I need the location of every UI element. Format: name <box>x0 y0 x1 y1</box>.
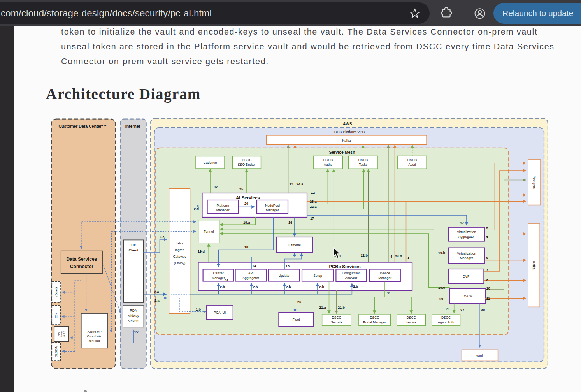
svg-text:18: 18 <box>244 245 248 249</box>
svg-text:8: 8 <box>486 278 488 282</box>
svg-text:3: 3 <box>407 256 409 260</box>
svg-text:29: 29 <box>439 297 443 301</box>
svg-text:Audit: Audit <box>408 163 416 167</box>
svg-text:Kafka: Kafka <box>532 261 536 270</box>
svg-text:GreenLake: GreenLake <box>87 334 102 338</box>
svg-text:DSCC: DSCC <box>407 316 416 320</box>
svg-text:Cluster: Cluster <box>213 271 223 275</box>
svg-text:26: 26 <box>225 279 228 282</box>
svg-text:15: 15 <box>286 264 290 268</box>
svg-text:Virtualization: Virtualization <box>457 230 476 234</box>
svg-text:Issues: Issues <box>406 320 416 324</box>
svg-text:Manager: Manager <box>212 276 225 280</box>
svg-text:vCenter: vCenter <box>54 287 58 297</box>
svg-text:Analyzer: Analyzer <box>345 276 357 279</box>
svg-text:API: API <box>248 271 254 275</box>
svg-text:Client: Client <box>128 248 138 252</box>
svg-text:7: 7 <box>486 268 488 272</box>
svg-text:Setup: Setup <box>313 274 322 278</box>
svg-text:DSCC: DSCC <box>441 316 451 320</box>
svg-text:21.b: 21.b <box>338 306 345 309</box>
svg-text:25: 25 <box>239 187 243 191</box>
svg-text:Authz: Authz <box>324 163 332 167</box>
svg-text:Service Mesh: Service Mesh <box>329 150 355 155</box>
svg-text:Tunnel: Tunnel <box>204 230 214 234</box>
svg-text:DSCC: DSCC <box>323 158 333 162</box>
svg-text:4: 4 <box>390 255 392 258</box>
svg-text:HPE: HPE <box>57 332 60 337</box>
svg-text:Kafka: Kafka <box>342 139 351 142</box>
svg-text:nt 8.0: nt 8.0 <box>63 331 65 337</box>
svg-text:2.b: 2.b <box>319 285 325 289</box>
svg-text:21.a: 21.a <box>319 306 326 309</box>
svg-text:13: 13 <box>290 182 293 186</box>
svg-text:DL380A: DL380A <box>54 346 58 357</box>
svg-text:30: 30 <box>481 308 485 312</box>
svg-text:AWS: AWS <box>343 121 352 126</box>
svg-text:1.a: 1.a <box>154 299 160 302</box>
svg-text:Ezmeral: Ezmeral <box>288 243 301 247</box>
svg-text:17: 17 <box>310 216 314 220</box>
svg-text:23.a: 23.a <box>310 200 317 204</box>
svg-text:Manager: Manager <box>460 256 473 260</box>
svg-text:Prolia: Prolia <box>60 331 63 337</box>
svg-text:Aggregator: Aggregator <box>242 276 259 280</box>
svg-text:DSCC: DSCC <box>332 316 341 320</box>
svg-text:RDA: RDA <box>130 309 137 313</box>
svg-text:PCBe Services: PCBe Services <box>329 264 360 269</box>
svg-text:9: 9 <box>486 256 488 260</box>
svg-text:24.a: 24.a <box>297 182 304 186</box>
svg-text:Customer Data Center***: Customer Data Center*** <box>58 124 107 128</box>
svg-text:32: 32 <box>214 185 218 189</box>
svg-text:17: 17 <box>460 221 464 225</box>
svg-text:Servers: Servers <box>128 319 139 323</box>
svg-text:DSCC: DSCC <box>370 316 379 320</box>
svg-text:ESXi: ESXi <box>54 312 58 318</box>
svg-text:1.b: 1.b <box>196 308 201 311</box>
svg-text:Virtualization: Virtualization <box>457 251 476 255</box>
svg-text:26: 26 <box>297 300 301 304</box>
svg-text:DSCC: DSCC <box>407 158 417 162</box>
svg-text:22.b: 22.b <box>361 253 368 257</box>
svg-text:19.b: 19.b <box>438 251 446 255</box>
svg-text:Cadence: Cadence <box>204 161 217 165</box>
svg-text:Portal Manager: Portal Manager <box>363 320 386 324</box>
svg-text:2.d: 2.d <box>194 207 199 211</box>
svg-text:(Envoy): (Envoy) <box>174 261 186 265</box>
svg-text:Tasks: Tasks <box>359 163 367 167</box>
svg-text:2.b: 2.b <box>286 285 291 289</box>
svg-text:Secrets: Secrets <box>331 320 342 324</box>
svg-text:CVP: CVP <box>463 274 470 278</box>
svg-text:20: 20 <box>244 202 248 206</box>
svg-text:Manager: Manager <box>216 208 230 212</box>
svg-text:5: 5 <box>486 226 488 230</box>
svg-text:Fleet: Fleet <box>292 318 300 322</box>
svg-text:Internet: Internet <box>125 124 140 128</box>
svg-text:2.b: 2.b <box>353 285 358 288</box>
svg-text:16: 16 <box>288 221 292 225</box>
svg-text:22.a: 22.a <box>310 205 317 209</box>
svg-text:Manager: Manager <box>266 208 279 212</box>
svg-text:19.d: 19.d <box>198 250 205 253</box>
svg-text:2.a: 2.a <box>154 290 160 294</box>
svg-text:Alletra MP: Alletra MP <box>88 330 102 334</box>
svg-text:Istio: Istio <box>177 241 183 245</box>
svg-text:19.c: 19.c <box>438 286 445 290</box>
svg-text:27: 27 <box>460 308 464 312</box>
svg-text:CCS Platform VPC: CCS Platform VPC <box>334 130 365 134</box>
svg-text:14: 14 <box>252 264 256 268</box>
svg-text:31: 31 <box>387 291 391 295</box>
svg-text:Midway: Midway <box>128 314 139 318</box>
svg-text:24.b: 24.b <box>395 254 402 258</box>
svg-text:Postgres: Postgres <box>532 176 536 189</box>
svg-text:Device: Device <box>380 271 390 275</box>
svg-text:DSCC: DSCC <box>242 158 251 162</box>
svg-text:NodePool: NodePool <box>265 204 280 207</box>
svg-text:12: 12 <box>311 191 315 195</box>
svg-text:Data Services: Data Services <box>67 257 97 262</box>
svg-text:2.b: 2.b <box>220 285 225 289</box>
svg-text:Connector: Connector <box>70 264 93 269</box>
svg-text:11: 11 <box>486 297 490 301</box>
svg-text:28: 28 <box>446 307 449 311</box>
svg-text:Aggregator: Aggregator <box>458 235 475 239</box>
